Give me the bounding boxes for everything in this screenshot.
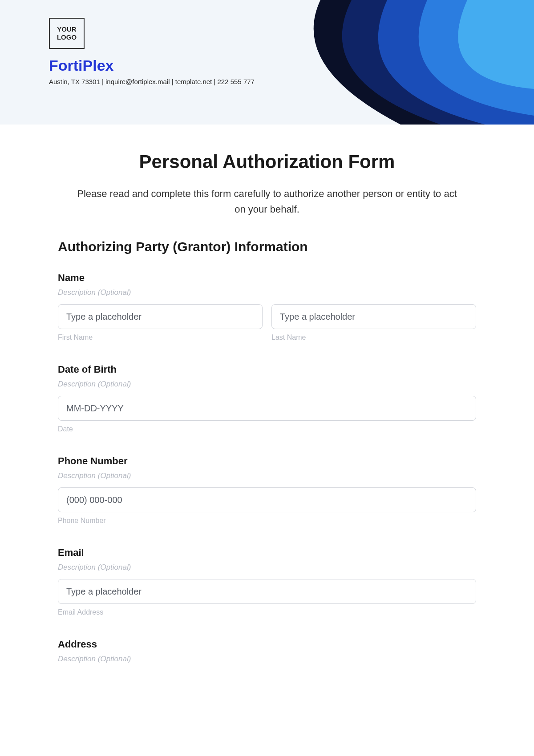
field-desc-email: Description (Optional) bbox=[58, 563, 476, 572]
field-label-email: Email bbox=[58, 547, 476, 559]
field-group-dob: Date of Birth Description (Optional) Dat… bbox=[58, 364, 476, 433]
email-input[interactable] bbox=[58, 579, 476, 604]
phone-wrap: Phone Number bbox=[58, 487, 476, 525]
company-contact-line: Austin, TX 73301 | inquire@fortiplex.mai… bbox=[49, 78, 255, 85]
first-name-wrap: First Name bbox=[58, 304, 263, 342]
phone-input-row: Phone Number bbox=[58, 487, 476, 525]
phone-sublabel: Phone Number bbox=[58, 517, 476, 525]
section-heading-grantor: Authorizing Party (Grantor) Information bbox=[58, 239, 476, 254]
field-label-phone: Phone Number bbox=[58, 455, 476, 467]
form-title: Personal Authorization Form bbox=[58, 151, 476, 173]
field-group-phone: Phone Number Description (Optional) Phon… bbox=[58, 455, 476, 525]
form-instruction: Please read and complete this form caref… bbox=[58, 186, 476, 217]
phone-input[interactable] bbox=[58, 487, 476, 512]
field-desc-phone: Description (Optional) bbox=[58, 471, 476, 480]
last-name-input[interactable] bbox=[271, 304, 476, 329]
dob-input[interactable] bbox=[58, 396, 476, 421]
field-label-name: Name bbox=[58, 272, 476, 284]
dob-sublabel: Date bbox=[58, 425, 476, 433]
dob-wrap: Date bbox=[58, 396, 476, 433]
last-name-sublabel: Last Name bbox=[271, 334, 476, 342]
field-desc-name: Description (Optional) bbox=[58, 288, 476, 297]
email-input-row: Email Address bbox=[58, 579, 476, 616]
logo-placeholder: YOUR LOGO bbox=[49, 18, 85, 49]
last-name-wrap: Last Name bbox=[271, 304, 476, 342]
dob-input-row: Date bbox=[58, 396, 476, 433]
field-label-dob: Date of Birth bbox=[58, 364, 476, 375]
company-name: FortiPlex bbox=[49, 57, 113, 74]
field-desc-address: Description (Optional) bbox=[58, 655, 476, 664]
header-banner: YOUR LOGO FortiPlex Austin, TX 73301 | i… bbox=[0, 0, 534, 125]
field-group-address: Address Description (Optional) bbox=[58, 639, 476, 664]
email-sublabel: Email Address bbox=[58, 608, 476, 616]
field-group-email: Email Description (Optional) Email Addre… bbox=[58, 547, 476, 616]
name-input-row: First Name Last Name bbox=[58, 304, 476, 342]
header-swirl-graphic bbox=[156, 0, 534, 125]
email-wrap: Email Address bbox=[58, 579, 476, 616]
logo-text: YOUR LOGO bbox=[50, 25, 84, 41]
first-name-input[interactable] bbox=[58, 304, 263, 329]
field-label-address: Address bbox=[58, 639, 476, 650]
form-container: Personal Authorization Form Please read … bbox=[0, 125, 534, 664]
field-group-name: Name Description (Optional) First Name L… bbox=[58, 272, 476, 342]
first-name-sublabel: First Name bbox=[58, 334, 263, 342]
field-desc-dob: Description (Optional) bbox=[58, 380, 476, 389]
